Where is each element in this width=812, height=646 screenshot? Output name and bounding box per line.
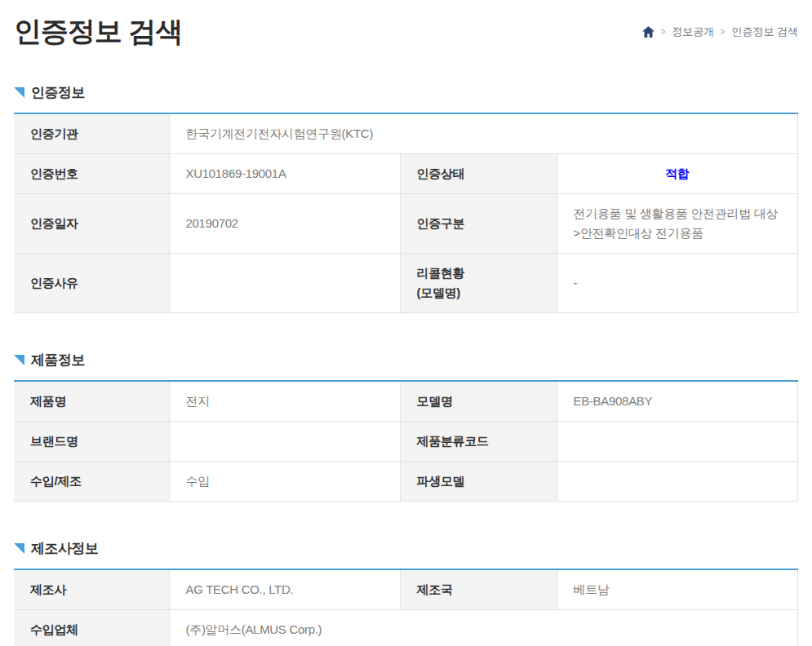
- field-label: 수입업체: [14, 610, 169, 646]
- table-row: 인증기관한국기계전기전자시험연구원(KTC): [14, 113, 798, 154]
- blue-corner-triangle-icon: [14, 543, 24, 554]
- field-label: 브랜드명: [14, 422, 169, 462]
- manufacturer-info-table: 제조사AG TECH CO., LTD.제조국베트남수입업체(주)알머스(ALM…: [14, 569, 798, 646]
- blue-corner-triangle-icon: [14, 87, 24, 98]
- field-label: 인증상태: [400, 154, 557, 194]
- field-label: 제품명: [14, 381, 169, 422]
- field-value: AG TECH CO., LTD.: [169, 569, 400, 610]
- section-product-info: 제품정보 제품명전지모델명EB-BA908ABY브랜드명제품분류코드수입/제조수…: [14, 351, 798, 502]
- table-row: 제품명전지모델명EB-BA908ABY: [14, 381, 798, 422]
- page-title: 인증정보 검색: [14, 13, 182, 51]
- field-value: [557, 462, 798, 502]
- field-label: 인증번호: [14, 154, 169, 194]
- field-label: 파생모델: [400, 462, 557, 502]
- field-value: [169, 422, 400, 462]
- field-value: -: [557, 254, 798, 313]
- section-title: 제조사정보: [31, 539, 99, 558]
- breadcrumb-separator: >: [721, 26, 725, 38]
- field-value: 수입: [169, 462, 400, 502]
- table-row: 수입/제조수입파생모델: [14, 462, 798, 502]
- section-title: 인증정보: [31, 83, 85, 102]
- field-label: 리콜현황(모델명): [400, 254, 557, 313]
- section-manufacturer-info: 제조사정보 제조사AG TECH CO., LTD.제조국베트남수입업체(주)알…: [14, 539, 798, 646]
- table-row: 인증사유리콜현황(모델명)-: [14, 254, 798, 313]
- section-title: 제품정보: [31, 351, 85, 369]
- field-label: 제조사: [14, 569, 169, 610]
- section-certification-info: 인증정보 인증기관한국기계전기전자시험연구원(KTC)인증번호XU101869-…: [14, 83, 798, 313]
- home-icon[interactable]: [642, 26, 654, 38]
- field-value: XU101869-19001A: [169, 154, 400, 194]
- field-label: 인증기관: [14, 113, 169, 154]
- breadcrumb-item-current: 인증정보 검색: [731, 24, 798, 39]
- field-value: [557, 422, 798, 462]
- blue-corner-triangle-icon: [14, 355, 24, 365]
- certification-info-table: 인증기관한국기계전기전자시험연구원(KTC)인증번호XU101869-19001…: [14, 113, 798, 313]
- field-label: 인증구분: [400, 194, 557, 254]
- page-header: 인증정보 검색 > 정보공개 > 인증정보 검색: [14, 10, 798, 51]
- table-row: 인증일자20190702인증구분전기용품 및 생활용품 안전관리법 대상>안전확…: [14, 194, 798, 254]
- section-header: 제조사정보: [14, 539, 798, 558]
- field-value: [169, 254, 400, 313]
- breadcrumb-separator: >: [661, 26, 665, 38]
- field-label: 인증사유: [14, 254, 169, 313]
- field-value: 베트남: [557, 569, 798, 610]
- field-value: 전기용품 및 생활용품 안전관리법 대상>안전확인대상 전기용품: [557, 194, 798, 254]
- table-row: 브랜드명제품분류코드: [14, 422, 798, 462]
- field-value: 20190702: [169, 194, 400, 254]
- table-body: 제품명전지모델명EB-BA908ABY브랜드명제품분류코드수입/제조수입파생모델: [14, 381, 798, 502]
- field-label: 수입/제조: [14, 462, 169, 502]
- field-label: 제조국: [400, 569, 557, 610]
- field-value: 한국기계전기전자시험연구원(KTC): [169, 113, 798, 154]
- field-value: 적합: [557, 154, 798, 194]
- product-info-table: 제품명전지모델명EB-BA908ABY브랜드명제품분류코드수입/제조수입파생모델: [14, 380, 798, 502]
- field-value: (주)알머스(ALMUS Corp.): [169, 610, 798, 646]
- field-label: 모델명: [400, 381, 557, 422]
- table-body: 제조사AG TECH CO., LTD.제조국베트남수입업체(주)알머스(ALM…: [14, 569, 798, 646]
- table-row: 인증번호XU101869-19001A인증상태적합: [14, 154, 798, 194]
- field-label: 제품분류코드: [400, 422, 557, 462]
- section-header: 제품정보: [14, 351, 798, 369]
- table-row: 제조사AG TECH CO., LTD.제조국베트남: [14, 569, 798, 610]
- breadcrumb: > 정보공개 > 인증정보 검색: [642, 24, 798, 39]
- table-body: 인증기관한국기계전기전자시험연구원(KTC)인증번호XU101869-19001…: [14, 113, 798, 313]
- field-label: 인증일자: [14, 194, 169, 254]
- section-header: 인증정보: [14, 83, 798, 102]
- field-value: EB-BA908ABY: [557, 381, 798, 422]
- certification-search-page: 인증정보 검색 > 정보공개 > 인증정보 검색 인증정보 인증기관한국기계전기…: [0, 0, 812, 646]
- table-row: 수입업체(주)알머스(ALMUS Corp.): [14, 610, 798, 646]
- field-value: 전지: [169, 381, 400, 422]
- breadcrumb-item-info-disclosure[interactable]: 정보공개: [672, 24, 714, 39]
